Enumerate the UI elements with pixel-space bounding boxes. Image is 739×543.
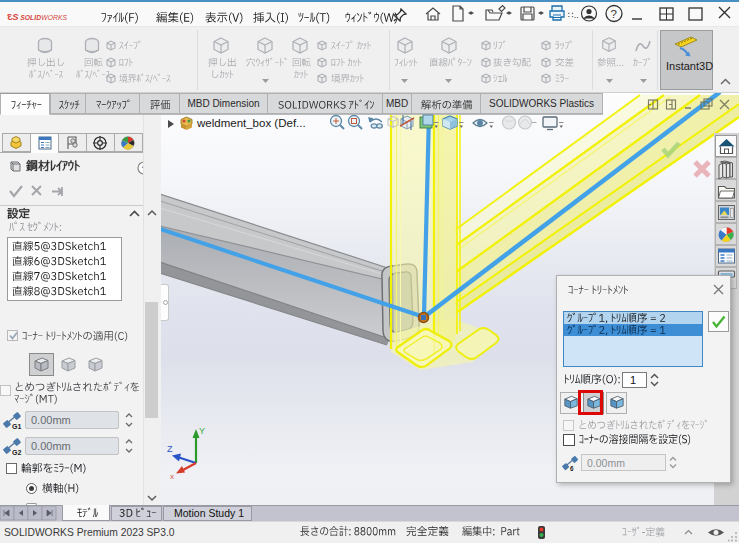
- svg-text:SOLIDWORKS: SOLIDWORKS: [20, 14, 67, 21]
- svg-text:x: x: [170, 472, 174, 479]
- svg-text:?: ?: [611, 8, 617, 20]
- svg-text:6: 6: [570, 465, 574, 472]
- svg-text:Y: Y: [199, 426, 205, 436]
- svg-text:S: S: [12, 12, 19, 22]
- svg-text:G1: G1: [12, 423, 21, 430]
- svg-text:∷..: ∷..: [568, 10, 579, 20]
- svg-text:G2: G2: [12, 449, 21, 456]
- svg-text:Z: Z: [167, 444, 173, 454]
